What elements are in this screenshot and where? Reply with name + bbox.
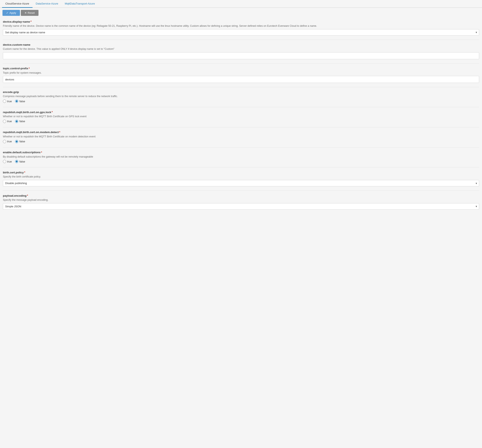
field-desc-payload-encoding: Specify the message payload encoding. (3, 198, 479, 202)
radio-group-enable-default-subscriptions: truefalse (3, 160, 479, 163)
radio-group-republish-mqtt-birth-cert-on-gps-lock: truefalse (3, 120, 479, 123)
field-desc-encode-gzip: Compress message payloads before sending… (3, 94, 479, 98)
field-block-payload-encoding: payload.encoding*Specify the message pay… (3, 194, 479, 210)
field-block-republish-mqtt-birth-cert-on-gps-lock: republish.mqtt.birth.cert.on.gps.lock*Wh… (3, 110, 479, 123)
input-device-custom-name[interactable] (3, 52, 479, 59)
radio-option-enable-default-subscriptions-false[interactable]: false (15, 160, 25, 163)
divider-1 (3, 63, 479, 63)
radio-option-encode-gzip-true[interactable]: true (3, 100, 12, 103)
reset-button[interactable]: ✕ Reset (21, 10, 39, 16)
input-topic-control-prefix[interactable] (3, 76, 479, 83)
field-label-device-display-name: device.display-name* (3, 20, 479, 23)
divider-7 (3, 190, 479, 191)
select-wrapper-payload-encoding: Simple JSONJSONProtobuf (3, 203, 479, 210)
field-block-topic-control-prefix: topic.control-prefix*Topic prefix for sy… (3, 67, 479, 83)
radio-input-encode-gzip-true[interactable] (3, 100, 6, 103)
field-label-enable-default-subscriptions: enable.default.subscriptions* (3, 151, 479, 154)
field-desc-device-display-name: Friendly name of the device. Device name… (3, 24, 479, 28)
required-star-enable-default-subscriptions: * (41, 151, 42, 154)
field-label-republish-mqtt-birth-cert-on-modem-detect: republish.mqtt.birth.cert.on.modem.detec… (3, 131, 479, 134)
field-desc-enable-default-subscriptions: By disabling default subscriptions the g… (3, 155, 479, 159)
required-star-republish-mqtt-birth-cert-on-gps-lock: * (52, 110, 53, 114)
field-block-republish-mqtt-birth-cert-on-modem-detect: republish.mqtt.birth.cert.on.modem.detec… (3, 131, 479, 143)
field-label-encode-gzip: encode.gzip (3, 91, 479, 94)
form-content: device.display-name*Friendly name of the… (0, 18, 482, 218)
reset-label: Reset (28, 11, 35, 14)
field-block-enable-default-subscriptions: enable.default.subscriptions*By disablin… (3, 151, 479, 163)
radio-input-republish-mqtt-birth-cert-on-modem-detect-false[interactable] (15, 140, 18, 143)
required-star-republish-mqtt-birth-cert-on-modem-detect: * (59, 131, 60, 134)
radio-option-republish-mqtt-birth-cert-on-gps-lock-true[interactable]: true (3, 120, 12, 123)
divider-5 (3, 147, 479, 148)
select-wrapper-birth-cert-policy: Disable publishingPublish on connectPubl… (3, 180, 479, 186)
tab-cloud[interactable]: CloudService-Azure (2, 0, 32, 8)
select-wrapper-device-display-name: Set display name as device nameHostnameC… (3, 29, 479, 36)
field-block-birth-cert-policy: birth.cert.policy*Specify the birth cert… (3, 171, 479, 186)
field-desc-birth-cert-policy: Specify the birth certificate policy. (3, 175, 479, 179)
field-label-topic-control-prefix: topic.control-prefix* (3, 67, 479, 70)
field-desc-republish-mqtt-birth-cert-on-modem-detect: Whether or not to republish the MQTT Bir… (3, 135, 479, 139)
radio-option-republish-mqtt-birth-cert-on-modem-detect-true[interactable]: true (3, 140, 12, 143)
field-desc-topic-control-prefix: Topic prefix for system messages. (3, 71, 479, 75)
radio-input-republish-mqtt-birth-cert-on-gps-lock-true[interactable] (3, 120, 6, 123)
field-desc-republish-mqtt-birth-cert-on-gps-lock: Whether or not to republish the MQTT Bir… (3, 115, 479, 118)
field-block-encode-gzip: encode.gzipCompress message payloads bef… (3, 91, 479, 103)
field-desc-device-custom-name: Custom name for the device. This value i… (3, 47, 479, 51)
divider-6 (3, 167, 479, 167)
tabs-bar: CloudService-AzureDataService-AzureMqttD… (0, 0, 482, 8)
radio-group-encode-gzip: truefalse (3, 100, 479, 103)
field-label-device-custom-name: device.custom-name (3, 43, 479, 46)
required-star-topic-control-prefix: * (29, 67, 30, 70)
check-icon: ✓ (6, 11, 8, 14)
field-label-payload-encoding: payload.encoding* (3, 194, 479, 197)
divider-3 (3, 107, 479, 107)
apply-button[interactable]: ✓ Apply (2, 10, 20, 16)
required-star-birth-cert-policy: * (24, 171, 25, 174)
select-payload-encoding[interactable]: Simple JSONJSONProtobuf (3, 203, 479, 210)
radio-input-republish-mqtt-birth-cert-on-modem-detect-true[interactable] (3, 140, 6, 143)
toolbar: ✓ Apply ✕ Reset (0, 8, 482, 18)
field-block-device-custom-name: device.custom-nameCustom name for the de… (3, 43, 479, 59)
radio-option-encode-gzip-false[interactable]: false (15, 100, 25, 103)
radio-option-republish-mqtt-birth-cert-on-modem-detect-false[interactable]: false (15, 140, 25, 143)
radio-input-encode-gzip-false[interactable] (15, 100, 18, 103)
radio-group-republish-mqtt-birth-cert-on-modem-detect: truefalse (3, 140, 479, 143)
field-label-birth-cert-policy: birth.cert.policy* (3, 171, 479, 174)
required-star-payload-encoding: * (27, 194, 28, 197)
radio-option-republish-mqtt-birth-cert-on-gps-lock-false[interactable]: false (15, 120, 25, 123)
radio-option-enable-default-subscriptions-true[interactable]: true (3, 160, 12, 163)
required-star-device-display-name: * (31, 20, 32, 23)
select-birth-cert-policy[interactable]: Disable publishingPublish on connectPubl… (3, 180, 479, 186)
x-icon: ✕ (24, 11, 27, 14)
radio-input-enable-default-subscriptions-true[interactable] (3, 160, 6, 163)
field-label-republish-mqtt-birth-cert-on-gps-lock: republish.mqtt.birth.cert.on.gps.lock* (3, 110, 479, 114)
tab-mqtt[interactable]: MqttDataTransport-Azure (62, 0, 98, 8)
radio-input-republish-mqtt-birth-cert-on-gps-lock-false[interactable] (15, 120, 18, 123)
radio-input-enable-default-subscriptions-false[interactable] (15, 160, 18, 163)
apply-label: Apply (9, 11, 16, 14)
divider-0 (3, 40, 479, 40)
tab-data[interactable]: DataService-Azure (32, 0, 62, 8)
divider-2 (3, 87, 479, 87)
field-block-device-display-name: device.display-name*Friendly name of the… (3, 20, 479, 36)
select-device-display-name[interactable]: Set display name as device nameHostnameC… (3, 29, 479, 36)
